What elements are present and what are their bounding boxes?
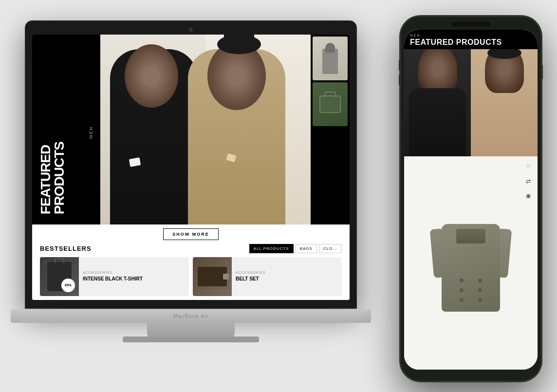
phone-camera-bar <box>451 22 490 27</box>
laptop-bottom-section: SHOW MORE BESTSELLERS ALL PRODUCTS BAGS … <box>32 224 350 300</box>
laptop-thumb-coat[interactable] <box>313 37 348 80</box>
phone-coat-btn-3 <box>460 288 464 292</box>
bestsellers-filters: ALL PRODUCTS BAGS CLO... <box>249 244 342 253</box>
phone-hero-image <box>404 49 538 156</box>
phone-man1-figure <box>404 49 471 156</box>
laptop-men-label: MEN <box>89 126 93 139</box>
laptop-hero-section: MEN FEATURED PRODUCTS <box>32 35 350 224</box>
laptop-hero-thumbnails <box>311 35 350 224</box>
product-name-2: BELT SET <box>236 276 266 282</box>
discount-badge-1: 65% <box>61 279 75 292</box>
product-name-1: INTENSE BLACK T-SHIRT <box>83 276 143 282</box>
phone-coat-collar <box>456 229 485 243</box>
phone-coat-btn-4 <box>478 288 482 292</box>
laptop-base <box>11 309 371 323</box>
phone-coat-btn-row-1 <box>460 279 482 282</box>
laptop-hero-figures <box>100 35 311 224</box>
laptop-show-more-row: SHOW MORE <box>40 228 342 240</box>
phone-man2-figure <box>471 49 538 156</box>
phone-header: MEN FEATURED PRODUCTS <box>404 30 538 50</box>
coat-shape-icon <box>319 43 341 74</box>
laptop-product-info-2: ACCESSORIES BELT SET <box>232 257 270 296</box>
laptop-product-card-2[interactable]: ♡ ACCESSORIES BELT SET <box>193 257 342 296</box>
laptop-hero-left: MEN FEATURED PRODUCTS <box>32 35 100 224</box>
phone-coat-product <box>432 214 510 312</box>
laptop-foot <box>123 336 259 342</box>
filter-clothing[interactable]: CLO... <box>319 244 342 253</box>
phone-wishlist-icon[interactable]: ♡ <box>523 161 534 172</box>
phone-power-button <box>541 65 543 79</box>
laptop-featured-title: FEATURED PRODUCTS <box>39 142 93 214</box>
laptop-hero-bg <box>100 35 311 224</box>
laptop-product-img-2: ♡ <box>193 257 232 296</box>
phone-website: MEN FEATURED PRODUCTS <box>404 30 538 370</box>
scene: MEN FEATURED PRODUCTS <box>11 6 546 386</box>
product-category-1: ACCESSORIES <box>83 271 143 274</box>
phone-coat-btn-row-3 <box>460 298 482 302</box>
phone-coat-btn-6 <box>478 298 482 302</box>
laptop-screen: MEN FEATURED PRODUCTS <box>32 35 350 300</box>
laptop-product-inner-2: ♡ ACCESSORIES BELT SET <box>193 257 342 296</box>
phone-coat-buttons <box>460 279 482 302</box>
laptop-hero-image <box>100 35 311 224</box>
show-more-button[interactable]: SHOW MORE <box>163 228 219 240</box>
laptop-website: MEN FEATURED PRODUCTS <box>32 35 350 300</box>
filter-bags[interactable]: BAGS <box>296 244 317 253</box>
laptop-device: MEN FEATURED PRODUCTS <box>11 21 371 352</box>
phone-volume-down <box>399 75 400 85</box>
phone-volume-up <box>399 60 400 71</box>
phone-quickview-icon[interactable]: ◉ <box>523 190 534 201</box>
phone-product-actions: ♡ ⇄ ◉ <box>523 161 534 201</box>
phone-coat-btn-5 <box>460 298 464 302</box>
phone-featured-title: FEATURED PRODUCTS <box>410 38 532 47</box>
product-wishlist-icon-1[interactable]: ♡ <box>43 260 47 265</box>
phone-compare-icon[interactable]: ⇄ <box>523 176 534 187</box>
phone-coat-btn-2 <box>478 279 482 282</box>
bag-shape-icon <box>319 95 341 113</box>
laptop-bestsellers-header: BESTSELLERS ALL PRODUCTS BAGS CLO... <box>40 244 342 253</box>
phone-screen: MEN FEATURED PRODUCTS <box>404 30 538 370</box>
laptop-product-inner-1: ♡ 65% ACCESSORIES INTENSE BLACK T-SHI <box>40 257 189 296</box>
product-category-2: ACCESSORIES <box>236 271 266 274</box>
phone-men-label: MEN <box>410 34 532 37</box>
phone-coat-btn-1 <box>460 279 464 282</box>
laptop-stand <box>147 323 235 337</box>
laptop-screen-outer: MEN FEATURED PRODUCTS <box>25 21 356 308</box>
filter-all-products[interactable]: ALL PRODUCTS <box>249 244 294 253</box>
phone-coat-display <box>404 156 538 369</box>
laptop-product-img-1: ♡ 65% <box>40 257 79 296</box>
bestsellers-title: BESTSELLERS <box>40 245 243 252</box>
product-wishlist-icon-2[interactable]: ♡ <box>224 260 229 265</box>
laptop-camera <box>189 28 193 32</box>
phone-frame: MEN FEATURED PRODUCTS <box>400 16 541 381</box>
phone-coat-body <box>442 224 500 312</box>
laptop-thumb-bag[interactable] <box>313 82 348 126</box>
phone-product-section: ♡ ⇄ ◉ <box>404 156 538 369</box>
phone-device: MEN FEATURED PRODUCTS <box>400 16 541 381</box>
laptop-products-row: ♡ 65% ACCESSORIES INTENSE BLACK T-SHI <box>40 257 342 296</box>
phone-hero-bg <box>404 49 538 156</box>
phone-coat-btn-row-2 <box>460 288 482 292</box>
laptop-product-info-1: ACCESSORIES INTENSE BLACK T-SHIRT <box>79 257 147 296</box>
laptop-product-card-1[interactable]: ♡ 65% ACCESSORIES INTENSE BLACK T-SHI <box>40 257 189 296</box>
